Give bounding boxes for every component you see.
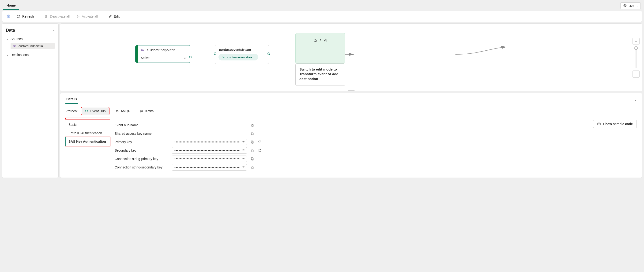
edit-button[interactable]: Edit [106,13,122,20]
regenerate-icon[interactable] [258,148,262,153]
svg-rect-3 [46,15,47,17]
data-panel-title: Data « [6,28,54,33]
svg-rect-29 [252,158,253,160]
node-destination-message: Switch to edit mode to Transform event o… [296,63,345,86]
svg-point-5 [141,49,142,51]
tree-destinations[interactable]: ⌄ Destinations [4,51,56,58]
copy-icon[interactable] [250,148,254,153]
zoom-in-button[interactable]: ＋ [632,38,640,45]
code-icon [597,122,601,126]
data-panel: Data « ⌄ Sources customEndpointIn ⌄ Dest… [2,23,58,178]
svg-rect-28 [251,149,253,151]
zoom-slider[interactable] [636,47,636,68]
play-icon [76,14,80,18]
chevron-down-icon: ⌄ [6,37,9,40]
panel-resize-handle[interactable] [348,90,355,91]
svg-rect-21 [252,124,253,127]
tab-home[interactable]: Home [3,2,19,10]
amqp-icon [115,109,119,113]
svg-point-4 [14,45,15,46]
tree-destinations-label: Destinations [10,53,28,57]
gear-icon [6,14,10,18]
activate-all-button[interactable]: Activate all [74,13,100,20]
zoom-out-button[interactable]: － [632,70,640,77]
refresh-button[interactable]: Refresh [14,13,36,20]
auth-side-tabs: Basic Entra ID Authentication SAS Key Au… [66,119,110,173]
source-item-customendpoint[interactable]: customEndpointIn [10,43,54,49]
reveal-icon[interactable]: 👁 [242,157,245,160]
svg-rect-20 [598,123,600,125]
field-label-pkey: Primary key [115,140,168,144]
node-destination-placeholder[interactable]: / [296,33,345,63]
details-panel: Details ⌄ Protocol: Event Hub AMQP [60,93,642,178]
side-tab-entra[interactable]: Entra ID Authentication [66,129,110,137]
collapse-panel-icon[interactable]: « [53,28,54,32]
svg-point-0 [624,5,625,6]
details-icon[interactable] [184,56,187,60]
svg-rect-31 [252,167,253,169]
deactivate-all-button[interactable]: Deactivate all [42,13,72,20]
primary-key-field[interactable]: ••••••••••••••••••••••••••••••••••••••••… [172,139,247,145]
stream-icon [222,55,226,59]
tab-strip: Home Live ⌄ [1,1,643,10]
copy-icon[interactable] [250,165,254,169]
protocol-kafka[interactable]: Kafka [137,108,157,115]
svg-rect-25 [252,141,253,143]
collapse-details-icon[interactable]: ⌄ [634,97,637,102]
protocol-eventhub[interactable]: Event Hub [82,108,108,115]
node-stream-title: contosoeventstream [219,48,266,51]
details-tab[interactable]: Details [66,95,78,104]
svg-point-1 [8,16,9,17]
zoom-controls: ＋ － [632,38,640,77]
svg-point-14 [140,112,141,112]
chevron-down-icon: ⌄ [636,4,638,7]
tree-sources[interactable]: ⌄ Sources [4,36,56,42]
endpoint-icon [13,44,17,48]
svg-rect-32 [251,166,253,168]
edit-icon [108,14,112,18]
graph-canvas[interactable]: customEndpointIn Active contosoeventstre… [60,23,642,91]
protocol-row: Protocol: Event Hub AMQP Kafka [60,104,642,118]
field-label-skey: Secondary key [115,149,168,152]
svg-rect-30 [251,158,253,160]
svg-rect-2 [46,15,46,17]
reveal-icon[interactable]: 👁 [242,165,245,169]
node-stream[interactable]: contosoeventstream contosoeventstrea... [215,45,269,64]
reveal-icon[interactable]: 👁 [242,149,245,152]
reveal-icon[interactable]: 👁 [242,140,245,143]
transform-icon [314,39,317,43]
show-sample-code-button[interactable]: Show sample code [593,120,637,128]
svg-rect-10 [85,110,86,111]
copy-icon[interactable] [250,123,254,127]
source-item-label: customEndpointIn [18,44,43,48]
eye-icon [623,4,627,7]
deactivate-label: Deactivate all [50,14,70,18]
copy-icon[interactable] [250,131,254,136]
node-source-title: customEndpointIn [147,48,176,52]
refresh-label: Refresh [22,14,34,18]
side-tab-basic[interactable]: Basic [66,120,110,129]
cs-secondary-field[interactable]: ••••••••••••••••••••••••••••••••••••••••… [172,164,247,171]
side-tab-sas[interactable]: SAS Key Authentication [66,137,110,146]
refresh-icon [17,14,20,18]
copy-icon[interactable] [250,140,254,144]
cs-primary-field[interactable]: ••••••••••••••••••••••••••••••••••••••••… [172,156,247,162]
chevron-down-icon: ⌄ [6,53,9,56]
live-label: Live [628,4,634,7]
svg-line-19 [141,111,142,112]
svg-rect-27 [252,150,253,152]
svg-point-17 [142,111,143,112]
copy-icon[interactable] [250,157,254,161]
field-label-hubname: Event hub name [115,123,168,127]
live-mode-toggle[interactable]: Live ⌄ [620,2,641,9]
node-source[interactable]: customEndpointIn Active [135,45,190,63]
node-source-status: Active [141,56,150,60]
secondary-key-field[interactable]: ••••••••••••••••••••••••••••••••••••••••… [172,147,247,154]
svg-rect-11 [87,110,88,111]
kafka-icon [140,109,144,113]
settings-button[interactable] [4,13,13,20]
regenerate-icon[interactable] [258,140,262,144]
svg-point-16 [142,110,143,111]
protocol-amqp[interactable]: AMQP [112,108,134,115]
auth-form: Show sample code Event hub name Shared a… [110,119,637,173]
